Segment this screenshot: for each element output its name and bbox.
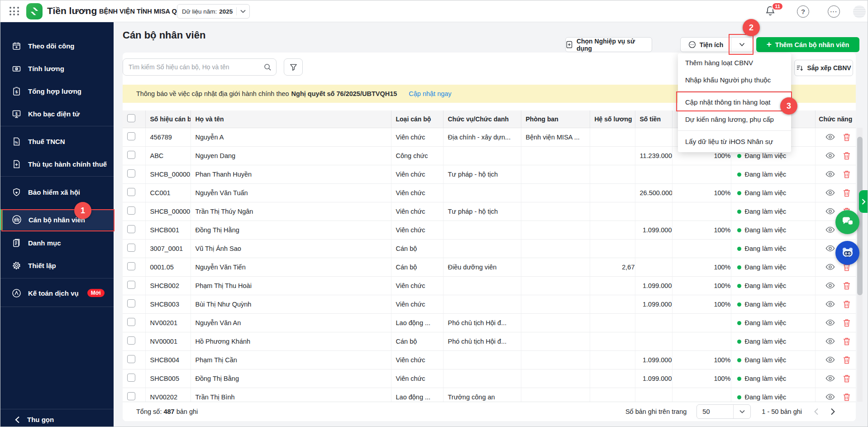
select-all-checkbox[interactable]	[127, 114, 135, 122]
row-checkbox[interactable]	[127, 374, 135, 382]
delete-icon[interactable]	[843, 300, 850, 308]
header-amount[interactable]: Số tiền	[635, 110, 672, 128]
delete-icon[interactable]	[843, 189, 850, 197]
header-salary-coefficient[interactable]: Hệ số lương	[590, 110, 635, 128]
view-icon[interactable]	[825, 226, 835, 233]
delete-icon[interactable]	[843, 152, 850, 160]
table-row[interactable]: 3007_0001 Vũ Thị Ánh Sao Cán bộ Đang làm…	[123, 239, 856, 258]
apps-grid-icon[interactable]	[10, 7, 19, 16]
search-input[interactable]	[123, 63, 264, 71]
sidebar-item-employees[interactable]: Cán bộ nhân viên	[0, 209, 114, 230]
table-row[interactable]: SHCB002 Phạm Thị Thu Hoài Viên chức 1.09…	[123, 276, 856, 295]
view-icon[interactable]	[825, 208, 835, 215]
menu-item-salary-raise-forecast[interactable]: Dự kiến nâng lương, phụ cấp	[678, 111, 791, 128]
sidebar-item-salary-calc[interactable]: $ Tính lương	[0, 58, 114, 79]
update-now-link[interactable]: Cập nhật ngay	[409, 90, 451, 97]
row-checkbox[interactable]	[127, 336, 135, 345]
row-checkbox[interactable]	[127, 188, 135, 196]
utilities-dropdown-toggle[interactable]	[731, 38, 753, 52]
view-icon[interactable]	[825, 245, 835, 252]
view-icon[interactable]	[825, 189, 835, 196]
table-row[interactable]: SHCB001 Đồng Thị Hằng Viên chức 1.099.00…	[123, 221, 856, 239]
row-checkbox[interactable]	[127, 244, 135, 252]
avatar[interactable]	[853, 5, 866, 18]
sidebar-item-catalog[interactable]: Danh mục	[0, 232, 114, 253]
table-row[interactable]: NV00001 Hồ Phương Khánh Cán bộ Phó chủ t…	[123, 332, 856, 350]
utilities-button[interactable]: Tiện ích	[681, 38, 731, 52]
table-row[interactable]: SHCB003 Bùi Thị Như Quỳnh Viên chức 1.09…	[123, 295, 856, 313]
row-checkbox[interactable]	[127, 299, 135, 307]
view-icon[interactable]	[825, 393, 835, 400]
data-year-select[interactable]: Dữ liệu năm: 2025	[177, 4, 250, 19]
add-employee-button[interactable]: + Thêm Cán bộ nhân viên	[756, 37, 859, 52]
row-checkbox[interactable]	[127, 132, 135, 140]
row-checkbox[interactable]	[127, 281, 135, 289]
search-icon[interactable]	[264, 63, 272, 71]
prev-page-button[interactable]	[814, 408, 819, 415]
row-checkbox[interactable]	[127, 151, 135, 159]
filter-button[interactable]	[284, 58, 303, 76]
menu-item-bulk-add[interactable]: Thêm hàng loạt CBNV	[678, 54, 791, 72]
sidebar-item-treasury[interactable]: $ Kho bạc điện tử	[0, 103, 114, 124]
table-row[interactable]: SHCB_000001 Trần Thị Thúy Ngân Viên chức…	[123, 202, 856, 221]
assistant-bot-button[interactable]	[835, 241, 859, 265]
row-checkbox[interactable]	[127, 355, 135, 363]
sidebar-item-accounting-service[interactable]: Kế toán dịch vụ Mới	[0, 283, 114, 303]
delete-icon[interactable]	[843, 337, 850, 345]
sidebar-item-timekeeping[interactable]: Theo dõi công	[0, 35, 114, 56]
delete-icon[interactable]	[843, 356, 850, 364]
header-employee-id[interactable]: Số hiệu cán bộ	[145, 110, 191, 128]
view-icon[interactable]	[825, 375, 835, 382]
view-icon[interactable]	[825, 319, 835, 326]
view-icon[interactable]	[825, 301, 835, 307]
vertical-scrollbar[interactable]	[857, 128, 863, 402]
view-icon[interactable]	[825, 282, 835, 289]
menu-item-ihos-data[interactable]: Lấy dữ liệu từ iHOS Nhân sự	[678, 133, 791, 150]
expand-side-tab[interactable]	[859, 190, 868, 213]
delete-icon[interactable]	[843, 319, 850, 327]
view-icon[interactable]	[825, 356, 835, 363]
view-icon[interactable]	[825, 264, 835, 270]
per-page-select[interactable]: 50	[696, 404, 751, 419]
sidebar-item-settings[interactable]: Thiết lập	[0, 255, 114, 276]
table-row[interactable]: NV00201 Nguyễn Văn An Lao động ... Phó c…	[123, 313, 856, 332]
notifications-button[interactable]: 11	[764, 5, 778, 18]
header-department[interactable]: Phòng ban	[521, 110, 590, 128]
menu-item-import-dependents[interactable]: Nhập khẩu Người phụ thuộc	[678, 72, 791, 89]
delete-icon[interactable]	[843, 170, 850, 178]
collapse-sidebar-button[interactable]: Thu gọn	[0, 412, 114, 427]
table-row[interactable]: SHCB005 Đồng Thị Bằng Viên chức 1.099.00…	[123, 369, 856, 388]
sidebar-item-tax-procedures[interactable]: Thủ tục hành chính thuế	[0, 154, 114, 174]
chat-support-button[interactable]	[835, 210, 859, 234]
row-checkbox[interactable]	[127, 318, 135, 326]
row-checkbox[interactable]	[127, 225, 135, 233]
view-icon[interactable]	[825, 152, 835, 159]
row-checkbox[interactable]	[127, 262, 135, 270]
row-checkbox[interactable]	[127, 206, 135, 215]
table-row[interactable]: SHCB004 Phạm Thị Cần Viên chức 1.099.000…	[123, 350, 856, 369]
row-checkbox[interactable]	[127, 169, 135, 178]
table-row[interactable]: CC001 Nguyễn Văn Tuấn Viên chức 26.500.0…	[123, 183, 856, 202]
header-employee-type[interactable]: Loại cán bộ	[391, 110, 443, 128]
view-icon[interactable]	[825, 338, 835, 345]
table-row[interactable]: SHCB_000002 Phan Thanh Huyền Viên chức T…	[123, 165, 856, 183]
choose-service-button[interactable]: Chọn Nghiệp vụ sử dụng	[565, 37, 652, 52]
sort-employees-button[interactable]: Sắp xếp CBNV	[794, 60, 853, 76]
delete-icon[interactable]	[843, 393, 850, 401]
more-options-button[interactable]: ···	[828, 5, 840, 18]
delete-icon[interactable]	[843, 374, 850, 383]
help-button[interactable]: ?	[797, 5, 809, 18]
view-icon[interactable]	[825, 134, 835, 140]
row-checkbox[interactable]	[127, 392, 135, 400]
sidebar-item-pit-tax[interactable]: % Thuế TNCN	[0, 131, 114, 152]
header-full-name[interactable]: Họ và tên	[191, 110, 391, 128]
sidebar-item-social-insurance[interactable]: Bảo hiểm xã hội	[0, 182, 114, 202]
delete-icon[interactable]	[843, 133, 850, 141]
next-page-button[interactable]	[830, 408, 835, 415]
header-position[interactable]: Chức vụ/Chức danh	[443, 110, 521, 128]
menu-item-bulk-update[interactable]: Cập nhật thông tin hàng loạt	[678, 94, 791, 111]
delete-icon[interactable]	[843, 282, 850, 290]
sidebar-item-salary-summary[interactable]: $ Tổng hợp lương	[0, 81, 114, 101]
table-row[interactable]: 0001.05 Nguyễn Văn Tiến Cán bộ Điều dưỡn…	[123, 258, 856, 276]
view-icon[interactable]	[825, 171, 835, 178]
